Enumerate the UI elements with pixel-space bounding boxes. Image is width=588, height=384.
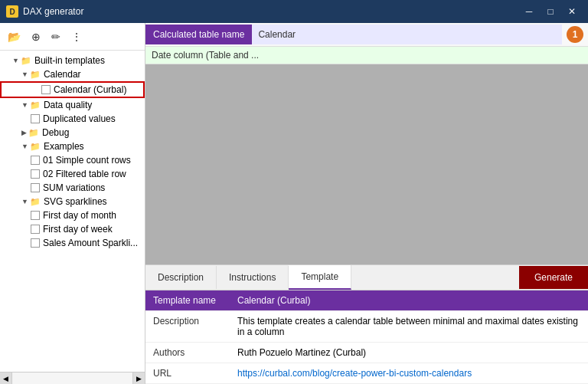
maximize-button[interactable]: □ [541, 3, 560, 20]
sidebar-menu-button[interactable]: ⋮ [68, 29, 85, 44]
tab-description[interactable]: Description [145, 266, 217, 289]
badge-number: 1 [567, 26, 583, 43]
sidebar-item-filtered-table[interactable]: 02 Filtered table row [0, 167, 145, 181]
sidebar-item-label: Calendar [44, 69, 81, 80]
scroll-right-button[interactable]: ▶ [132, 373, 145, 385]
description-value: This template creates a calendar table b… [230, 311, 588, 343]
sidebar-item-data-quality[interactable]: ▼ 📁 Data quality [0, 98, 145, 112]
expand-icon: ▶ [21, 129, 27, 136]
expand-icon: ▼ [21, 101, 28, 109]
input-row: Calculated table name 1 [145, 23, 588, 47]
sidebar-item-calendar-curbal[interactable]: Calendar (Curbal) [0, 81, 145, 98]
template-value-header: Calendar (Curbal) [230, 290, 588, 311]
table-row: Authors Ruth Pozuelo Martinez (Curbal) [145, 343, 588, 363]
sidebar-item-first-day-month[interactable]: First day of month [0, 208, 145, 222]
checkbox-icon [31, 238, 40, 248]
expand-icon: ▼ [21, 71, 28, 78]
generate-button[interactable]: Generate [519, 266, 588, 289]
authors-value: Ruth Pozuelo Martinez (Curbal) [230, 343, 588, 363]
sidebar-item-first-day-week[interactable]: First day of week [0, 222, 145, 236]
checkbox-icon [31, 114, 40, 123]
tab-template[interactable]: Template [289, 265, 351, 290]
input-label: Calculated table name [145, 25, 252, 44]
gray-area [145, 64, 588, 264]
sidebar-item-built-in-templates[interactable]: ▼ 📁 Built-in templates [0, 54, 145, 67]
sidebar-item-label: Calendar (Curbal) [54, 84, 126, 95]
template-name-header: Template name [145, 290, 230, 311]
sidebar-item-simple-count[interactable]: 01 Simple count rows [0, 153, 145, 167]
sidebar-toolbar: 📂 ⊕ ✏ ⋮ [0, 23, 145, 51]
content-area: Calculated table name 1 Date column (Tab… [145, 23, 588, 384]
url-link[interactable]: https://curbal.com/blog/create-power-bi-… [237, 368, 472, 379]
checkbox-icon [31, 169, 40, 179]
template-table-header-row: Template name Calendar (Curbal) [145, 290, 588, 311]
checkbox-icon [31, 225, 40, 234]
window-controls: ─ □ ✕ [519, 3, 582, 20]
folder-icon: 📁 [30, 197, 41, 207]
sidebar-item-svg-sparklines[interactable]: ▼ 📁 SVG sparklines [0, 195, 145, 208]
sidebar-tree: ▼ 📁 Built-in templates ▼ 📁 Calendar Cale… [0, 51, 145, 372]
checkbox-icon [31, 211, 40, 220]
sidebar-open-button[interactable]: 📂 [5, 29, 24, 44]
sidebar-edit-button[interactable]: ✏ [48, 29, 64, 44]
sidebar-item-label: First day of month [43, 210, 116, 221]
main-container: 📂 ⊕ ✏ ⋮ ▼ 📁 Built-in templates ▼ 📁 Calen… [0, 23, 588, 384]
sidebar-item-label: Built-in templates [34, 55, 105, 66]
expand-icon: ▼ [21, 198, 28, 205]
sidebar-item-label: 01 Simple count rows [43, 155, 131, 166]
app-title: DAX generator [23, 6, 83, 17]
sidebar-item-label: Examples [44, 141, 84, 152]
scroll-left-button[interactable]: ◀ [0, 373, 12, 385]
folder-icon: 📁 [30, 100, 41, 110]
minimize-button[interactable]: ─ [519, 3, 539, 20]
checkbox-icon [31, 156, 40, 165]
sidebar-item-sum-variations[interactable]: SUM variations [0, 181, 145, 195]
sidebar-item-label: SVG sparklines [44, 196, 107, 207]
sidebar-item-duplicated-values[interactable]: Duplicated values [0, 112, 145, 126]
titlebar-left: D DAX generator [6, 5, 83, 18]
table-row: Description This template creates a cale… [145, 311, 588, 343]
sidebar-item-label: First day of week [43, 224, 113, 235]
sidebar-item-label: Data quality [44, 100, 92, 110]
calculated-table-name-input[interactable] [252, 25, 562, 44]
table-row: URL https://curbal.com/blog/create-power… [145, 363, 588, 384]
tabs-section: Description Instructions Template Genera… [145, 264, 588, 384]
sidebar-item-label: Debug [42, 127, 69, 138]
sidebar-item-label: SUM variations [43, 182, 105, 193]
expand-icon: ▼ [12, 57, 19, 64]
close-button[interactable]: ✕ [562, 3, 582, 20]
template-table: Template name Calendar (Curbal) Descript… [145, 290, 588, 384]
folder-icon: 📁 [30, 70, 41, 80]
titlebar: D DAX generator ─ □ ✕ [0, 0, 588, 23]
description-label: Description [145, 311, 230, 343]
sidebar-item-label: Duplicated values [43, 113, 116, 124]
sidebar-item-calendar-folder[interactable]: ▼ 📁 Calendar [0, 67, 145, 81]
sidebar-add-button[interactable]: ⊕ [28, 29, 44, 44]
sidebar-scrollbar[interactable]: ◀ ▶ [0, 372, 145, 384]
checkbox-icon [41, 85, 51, 94]
sidebar-item-label: 02 Filtered table row [43, 169, 126, 179]
sidebar: 📂 ⊕ ✏ ⋮ ▼ 📁 Built-in templates ▼ 📁 Calen… [0, 23, 145, 384]
sidebar-item-label: Sales Amount Sparkli... [43, 238, 138, 248]
folder-icon: 📁 [28, 128, 39, 138]
sidebar-item-debug[interactable]: ▶ 📁 Debug [0, 126, 145, 139]
url-label: URL [145, 363, 230, 384]
tabs-header: Description Instructions Template Genera… [145, 265, 588, 290]
sidebar-item-examples[interactable]: ▼ 📁 Examples [0, 139, 145, 153]
date-column-row: Date column (Table and ... [145, 47, 588, 64]
folder-icon: 📁 [21, 56, 31, 66]
authors-label: Authors [145, 343, 230, 363]
expand-icon: ▼ [21, 143, 28, 150]
url-value[interactable]: https://curbal.com/blog/create-power-bi-… [230, 363, 588, 384]
checkbox-icon [31, 183, 40, 192]
tab-instructions[interactable]: Instructions [217, 266, 289, 289]
sidebar-item-sales-sparkline[interactable]: Sales Amount Sparkli... [0, 236, 145, 250]
app-icon: D [6, 5, 18, 18]
scroll-track[interactable] [12, 373, 132, 384]
folder-icon: 📁 [30, 142, 41, 152]
